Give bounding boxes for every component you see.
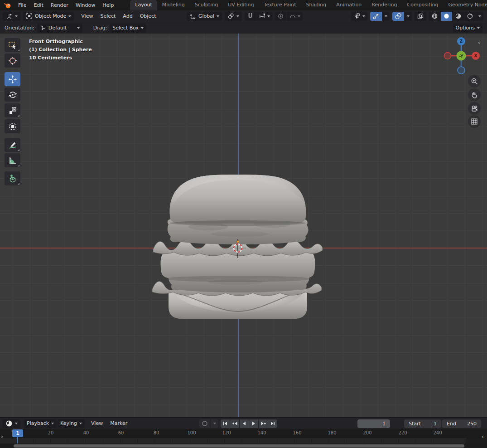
tool-move[interactable]: [5, 72, 20, 86]
proportional-edit-toggle[interactable]: [275, 12, 286, 21]
playback-dropdown[interactable]: Playback: [24, 419, 57, 428]
tab-rendering[interactable]: Rendering: [366, 0, 402, 10]
tab-texture-paint[interactable]: Texture Paint: [259, 0, 301, 10]
playhead[interactable]: 1: [12, 429, 23, 437]
tool-measure[interactable]: [5, 153, 20, 167]
play-button[interactable]: [249, 419, 258, 428]
auto-keying-toggle[interactable]: [199, 419, 210, 428]
timeline-expand-arrow-left[interactable]: ›: [1, 433, 3, 440]
tool-rotate[interactable]: [5, 88, 20, 102]
gizmo-neg-x-axis[interactable]: [444, 53, 451, 59]
menu-select[interactable]: Select: [96, 13, 119, 19]
viewport-3d[interactable]: Front Orthographic (1) Collection | Sphe…: [0, 34, 487, 417]
blender-logo-icon[interactable]: [0, 2, 14, 9]
shading-settings-dropdown[interactable]: [476, 12, 483, 21]
show-overlays-toggle[interactable]: [392, 12, 404, 21]
tab-uv-editing[interactable]: UV Editing: [223, 0, 259, 10]
snap-toggle[interactable]: [245, 12, 256, 21]
menu-file[interactable]: File: [14, 0, 30, 10]
tab-modeling[interactable]: Modeling: [157, 0, 190, 10]
tool-scale[interactable]: [5, 103, 20, 117]
chevron-down-icon: [478, 15, 481, 17]
jump-to-start-button[interactable]: [221, 419, 230, 428]
tool-settings-bar: Orientation: Default Drag: Select Box Op…: [0, 22, 487, 34]
shading-solid-button[interactable]: [441, 12, 452, 21]
pivot-point-select[interactable]: [225, 12, 242, 21]
tool-orientation-select[interactable]: Default: [37, 24, 82, 33]
tab-animation[interactable]: Animation: [331, 0, 366, 10]
menu-window[interactable]: Window: [72, 0, 99, 10]
menu-edit[interactable]: Edit: [30, 0, 47, 10]
shading-rendered-button[interactable]: [464, 12, 476, 21]
timeline-ruler[interactable]: 20 40 60 80 100 120 140 160 180 200 220 …: [0, 429, 487, 438]
snap-increment-icon: [259, 13, 265, 19]
mode-select[interactable]: Object Mode: [23, 12, 74, 21]
3d-cursor: [228, 238, 248, 258]
projection-toggle-button[interactable]: [468, 115, 481, 128]
start-frame-field[interactable]: Start1: [404, 419, 441, 428]
autokey-settings-dropdown[interactable]: [211, 419, 218, 428]
tick-label: 140: [255, 430, 269, 435]
zoom-icon: [471, 78, 478, 85]
drag-mode-select[interactable]: Select Box: [110, 24, 146, 33]
show-gizmo-toggle[interactable]: [370, 12, 382, 21]
tool-add-cube[interactable]: [5, 171, 20, 185]
snap-settings-dropdown[interactable]: [256, 12, 272, 21]
xray-toggle[interactable]: [415, 12, 426, 21]
options-dropdown[interactable]: Options: [453, 24, 482, 33]
menu-add[interactable]: Add: [119, 13, 136, 19]
visibility-pointer-eye-icon: [353, 13, 361, 20]
end-frame-field[interactable]: End250: [442, 419, 481, 428]
jump-to-end-button[interactable]: [268, 419, 277, 428]
material-sphere-icon: [455, 13, 462, 19]
tick-label: 120: [220, 430, 233, 435]
camera-view-button[interactable]: [468, 102, 481, 115]
tab-shading[interactable]: Shading: [301, 0, 332, 10]
menu-object[interactable]: Object: [136, 13, 160, 19]
proportional-falloff-dropdown[interactable]: [287, 12, 303, 21]
camera-icon: [471, 105, 478, 112]
tool-annotate[interactable]: [5, 138, 20, 152]
navigation-gizmo[interactable]: Z X -Y: [442, 36, 482, 77]
tab-compositing[interactable]: Compositing: [402, 0, 444, 10]
object-visibility-dropdown[interactable]: [351, 12, 367, 21]
next-keyframe-button[interactable]: [259, 419, 268, 428]
measure-icon: [8, 156, 17, 165]
tool-transform[interactable]: [5, 119, 20, 133]
shading-wireframe-button[interactable]: [429, 12, 440, 21]
tool-cursor[interactable]: [5, 54, 20, 68]
menu-help[interactable]: Help: [99, 0, 117, 10]
keying-dropdown[interactable]: Keying: [58, 419, 85, 428]
overlays-settings-dropdown[interactable]: [405, 12, 412, 21]
shading-material-button[interactable]: [453, 12, 464, 21]
pan-button[interactable]: [468, 88, 481, 101]
timeline-menu-marker[interactable]: Marker: [106, 420, 131, 426]
tab-layout[interactable]: Layout: [130, 0, 157, 10]
sidebar-toggle-arrow[interactable]: ‹: [478, 39, 480, 46]
timeline-scrollbar[interactable]: [14, 444, 464, 448]
timeline-collapse-arrow-right[interactable]: ‹: [482, 433, 484, 440]
tab-sculpting[interactable]: Sculpting: [190, 0, 223, 10]
current-frame-field[interactable]: 1: [357, 419, 390, 428]
gizmo-neg-z-axis[interactable]: [458, 67, 465, 74]
chevron-down-icon: [15, 423, 18, 424]
menu-render[interactable]: Render: [47, 0, 72, 10]
zoom-button[interactable]: [468, 75, 481, 88]
gizmo-settings-dropdown[interactable]: [382, 12, 390, 21]
tool-select-box[interactable]: [5, 38, 20, 52]
tab-geometry-nodes[interactable]: Geometry Nodes: [443, 0, 487, 10]
chevron-down-icon: [477, 27, 480, 29]
proportional-circle-icon: [277, 13, 284, 19]
timeline-menu-view[interactable]: View: [87, 420, 106, 426]
previous-keyframe-button[interactable]: [230, 419, 239, 428]
rendered-sphere-icon: [467, 13, 473, 19]
editor-type-select[interactable]: [3, 12, 20, 21]
timeline-track-area[interactable]: [0, 438, 487, 443]
transform-orientation-select[interactable]: Global: [187, 12, 222, 21]
chevron-down-icon: [213, 423, 216, 424]
timeline-editor-type-select[interactable]: [3, 419, 20, 428]
tick-label: 240: [431, 430, 444, 435]
move-icon: [8, 75, 17, 84]
menu-view[interactable]: View: [77, 13, 96, 19]
play-reverse-button[interactable]: [240, 419, 249, 428]
